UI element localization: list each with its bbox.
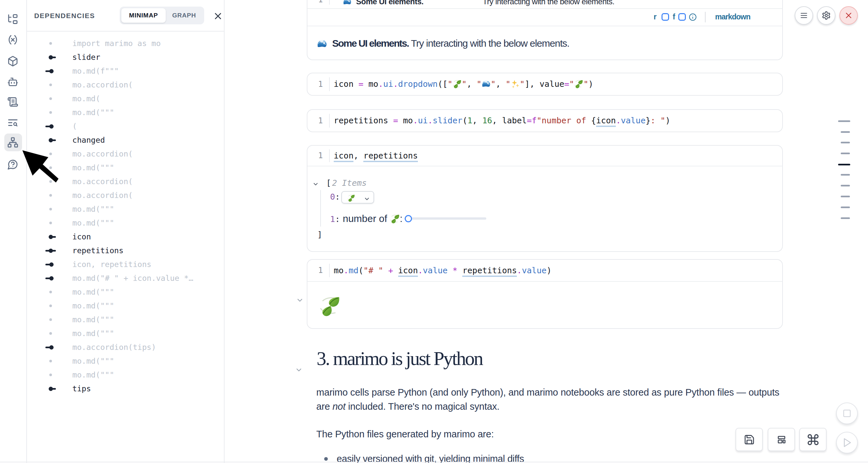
cell-position-line[interactable] (841, 131, 850, 133)
info-icon[interactable] (689, 13, 697, 21)
minimap-item-14[interactable]: icon (27, 230, 224, 244)
minimap-item-16[interactable]: icon, repetitions (27, 257, 224, 271)
cell-icon-dropdown[interactable]: 1 icon = mo.ui.dropdown(["", "", ""], va… (307, 73, 783, 96)
cell-position-line[interactable] (841, 142, 850, 143)
minimap-item-label: mo.md(""" (72, 368, 114, 382)
cell-position-line[interactable] (841, 207, 850, 208)
minimap-item-11[interactable]: mo.accordion( (27, 188, 224, 202)
code-token: = (527, 116, 532, 125)
minimap-item-24[interactable]: mo.md(""" (27, 368, 224, 382)
slider-label: number of (343, 213, 390, 224)
code-line[interactable]: icon, repetitions (334, 146, 418, 166)
file-tree-icon[interactable] (7, 13, 19, 25)
reactive-toggle-label: r (654, 8, 657, 26)
no-deps-dot-icon (27, 216, 66, 230)
dropdown-select[interactable] (341, 191, 374, 204)
close-panel-icon[interactable] (213, 11, 223, 21)
variables-icon[interactable] (7, 34, 19, 45)
minimap-item-6[interactable]: ( (27, 119, 224, 133)
collapse-chevron-icon[interactable] (312, 180, 319, 186)
snippets-scroll-icon[interactable] (7, 96, 19, 107)
minimap-item-4[interactable]: mo.md( (27, 92, 224, 105)
minimap-item-17[interactable]: mo.md("# " + icon.value *… (27, 271, 224, 285)
minimap-item-22[interactable]: mo.accordion(tips) (27, 340, 224, 354)
command-palette-button[interactable] (799, 428, 827, 451)
cell-repetitions-slider[interactable]: 1 repetitions = mo.ui.slider(1, 16, labe… (307, 109, 783, 132)
help-icon[interactable] (7, 159, 19, 170)
bullet-dot (324, 457, 328, 461)
minimap-item-0[interactable]: import marimo as mo (27, 36, 224, 50)
code-token: . (413, 116, 418, 125)
minimap-item-7[interactable]: changed (27, 133, 224, 147)
scratchpad-button[interactable] (836, 402, 858, 424)
minimap-item-5[interactable]: mo.md(""" (27, 105, 224, 119)
minimap-item-label: mo.md(""" (72, 161, 114, 175)
code-token (393, 266, 398, 275)
minimap-item-21[interactable]: mo.md(""" (27, 327, 224, 340)
packages-icon[interactable] (7, 56, 19, 67)
code-token: value (539, 79, 564, 89)
settings-button[interactable] (817, 6, 835, 25)
tab-minimap[interactable]: MINIMAP (121, 8, 166, 23)
slider-knob[interactable] (405, 215, 412, 222)
layout-button[interactable] (768, 428, 795, 451)
code-token: : " (651, 116, 665, 125)
tab-graph[interactable]: GRAPH (166, 8, 203, 23)
no-deps-dot-icon (27, 285, 66, 299)
cell-position-line[interactable] (841, 196, 850, 197)
chevron-down-icon (364, 195, 370, 201)
cell-position-line-active[interactable] (838, 164, 850, 165)
save-button[interactable] (736, 428, 763, 451)
minimap-item-label: mo.md(""" (72, 327, 114, 340)
collapse-output-chevron-icon[interactable] (296, 296, 304, 304)
logs-search-icon[interactable] (7, 117, 19, 128)
minimap-item-1[interactable]: slider (27, 50, 224, 64)
cell-position-line[interactable] (841, 217, 850, 219)
minimap-item-label: ( (72, 119, 77, 133)
minimap-item-15[interactable]: repetitions (27, 244, 224, 257)
run-all-button[interactable] (836, 432, 858, 454)
code-line[interactable]: icon = mo.ui.dropdown(["", "", ""], valu… (334, 73, 593, 95)
reactive-checkbox[interactable] (661, 13, 669, 21)
code-token: dropdown (398, 79, 438, 89)
collapse-section-chevron-icon[interactable] (295, 366, 303, 374)
cell-position-line[interactable] (841, 174, 850, 176)
dependency-marker-icon (27, 133, 66, 147)
item-1-index: 1 (330, 214, 335, 224)
minimap-item-label: mo.md("# " + icon.value *… (72, 271, 193, 285)
output-text: Try interacting with the below elements. (409, 38, 569, 49)
code-token: 1 (467, 116, 472, 125)
code-line[interactable]: mo.md("# " + icon.value * repetitions.va… (334, 260, 551, 281)
cell-tuple-output[interactable]: 1 icon, repetitions [ 2 Items 0: 1: numb… (307, 145, 783, 252)
cell-position-line[interactable] (841, 185, 850, 186)
minimap-item-2[interactable]: mo.md(f""" (27, 64, 224, 78)
minimap-item-label: mo.md(""" (72, 354, 114, 368)
cell-md-heading[interactable]: 1 mo.md("# " + icon.value * repetitions.… (307, 259, 783, 329)
dependencies-network-icon[interactable] (7, 137, 19, 148)
code-line[interactable]: repetitions = mo.ui.slider(1, 16, label=… (334, 110, 671, 131)
cell-position-line[interactable] (838, 120, 850, 122)
minimap-item-18[interactable]: mo.md(""" (27, 285, 224, 299)
cell-markdown-intro[interactable]: 1 Some UI elements. Try interacting with… (307, 0, 783, 60)
sparkles-emoji (510, 79, 520, 89)
notebook-menu-button[interactable] (795, 6, 813, 25)
code-token (447, 266, 453, 275)
no-deps-dot-icon (27, 202, 66, 216)
code-token: . (616, 116, 621, 125)
cell-language-label[interactable]: markdown (715, 8, 750, 26)
dependency-marker-icon (27, 340, 66, 354)
code-token: " (520, 79, 525, 89)
slider-track[interactable] (404, 217, 486, 220)
minimap-item-12[interactable]: mo.md(""" (27, 202, 224, 216)
minimap-item-13[interactable]: mo.md(""" (27, 216, 224, 230)
shutdown-button[interactable] (839, 6, 858, 25)
code-token: " (447, 79, 453, 89)
minimap-item-25[interactable]: tips (27, 382, 224, 396)
minimap-item-20[interactable]: mo.md(""" (27, 313, 224, 327)
minimap-item-23[interactable]: mo.md(""" (27, 354, 224, 368)
minimap-item-19[interactable]: mo.md(""" (27, 299, 224, 313)
ai-bot-icon[interactable] (7, 76, 19, 88)
format-checkbox[interactable] (678, 13, 686, 21)
minimap-item-3[interactable]: mo.accordion( (27, 78, 224, 92)
cell-position-line[interactable] (841, 153, 850, 154)
